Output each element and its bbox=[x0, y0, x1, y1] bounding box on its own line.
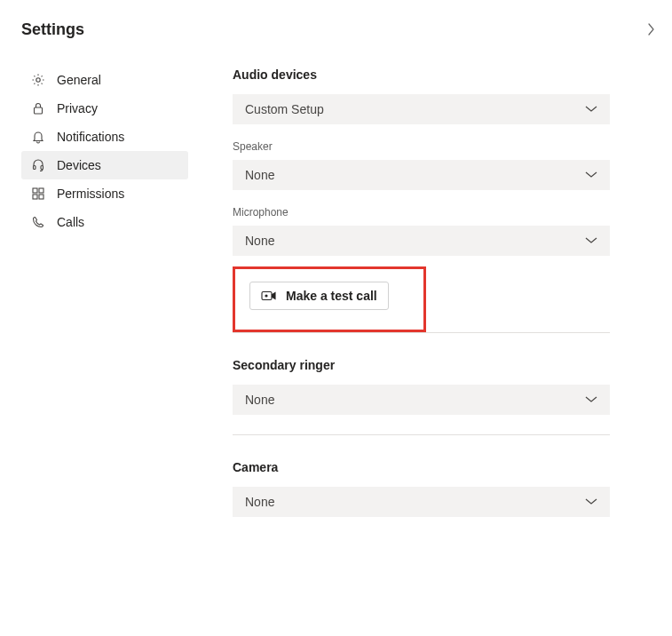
lock-icon bbox=[30, 100, 46, 116]
apps-icon bbox=[30, 186, 46, 202]
sidebar-item-label: Devices bbox=[57, 158, 101, 172]
sidebar: General Privacy Notifications Devices bbox=[21, 66, 188, 636]
divider bbox=[233, 332, 610, 333]
dropdown-value: None bbox=[245, 234, 274, 248]
microphone-dropdown[interactable]: None bbox=[233, 226, 610, 256]
sidebar-item-notifications[interactable]: Notifications bbox=[21, 123, 188, 151]
main-content: Audio devices Custom Setup Speaker None … bbox=[233, 66, 672, 636]
secondary-ringer-dropdown[interactable]: None bbox=[233, 385, 610, 415]
test-call-label: Make a test call bbox=[286, 289, 377, 303]
chevron-down-icon bbox=[585, 171, 597, 179]
page-title: Settings bbox=[21, 20, 84, 39]
svg-rect-3 bbox=[41, 166, 43, 170]
chevron-down-icon bbox=[585, 498, 597, 505]
dropdown-value: None bbox=[245, 168, 274, 182]
camera-title: Camera bbox=[233, 460, 610, 474]
sidebar-item-label: General bbox=[57, 73, 101, 87]
sidebar-item-devices[interactable]: Devices bbox=[21, 151, 188, 179]
svg-point-9 bbox=[265, 294, 267, 297]
sidebar-item-privacy[interactable]: Privacy bbox=[21, 94, 188, 123]
sidebar-item-label: Privacy bbox=[57, 101, 98, 115]
svg-rect-1 bbox=[35, 107, 43, 114]
chevron-down-icon bbox=[585, 237, 597, 244]
speaker-dropdown[interactable]: None bbox=[233, 160, 610, 190]
svg-rect-6 bbox=[33, 195, 37, 199]
dropdown-value: Custom Setup bbox=[245, 102, 324, 116]
test-call-highlight: Make a test call bbox=[233, 266, 426, 332]
bell-icon bbox=[30, 129, 46, 145]
speaker-label: Speaker bbox=[233, 140, 610, 153]
sidebar-item-permissions[interactable]: Permissions bbox=[21, 179, 188, 208]
test-call-icon bbox=[261, 290, 277, 302]
sidebar-item-label: Calls bbox=[57, 215, 84, 229]
svg-rect-4 bbox=[33, 188, 37, 193]
audio-devices-title: Audio devices bbox=[233, 68, 610, 82]
dropdown-value: None bbox=[245, 393, 274, 407]
dropdown-value: None bbox=[245, 495, 274, 509]
chevron-down-icon bbox=[585, 396, 597, 403]
make-test-call-button[interactable]: Make a test call bbox=[249, 282, 389, 310]
sidebar-item-label: Permissions bbox=[57, 187, 124, 201]
svg-point-0 bbox=[36, 78, 40, 82]
svg-rect-5 bbox=[39, 188, 43, 193]
header: Settings bbox=[21, 18, 672, 41]
secondary-ringer-title: Secondary ringer bbox=[233, 358, 610, 372]
svg-rect-7 bbox=[39, 195, 43, 199]
headset-icon bbox=[30, 157, 46, 173]
divider bbox=[233, 434, 610, 435]
chevron-down-icon bbox=[585, 106, 597, 113]
chevron-right-icon[interactable] bbox=[642, 18, 661, 41]
svg-rect-2 bbox=[34, 166, 36, 170]
sidebar-item-calls[interactable]: Calls bbox=[21, 208, 188, 236]
audio-devices-dropdown[interactable]: Custom Setup bbox=[233, 94, 610, 124]
phone-icon bbox=[30, 214, 46, 230]
microphone-label: Microphone bbox=[233, 206, 610, 219]
sidebar-item-general[interactable]: General bbox=[21, 66, 188, 94]
sidebar-item-label: Notifications bbox=[57, 130, 124, 144]
gear-icon bbox=[30, 72, 46, 88]
camera-dropdown[interactable]: None bbox=[233, 487, 610, 517]
